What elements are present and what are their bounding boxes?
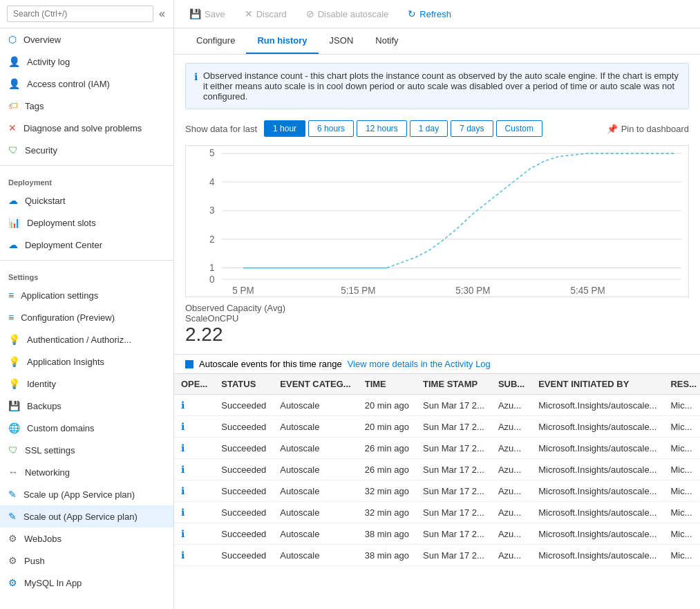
sidebar-item-deployment-slots[interactable]: 📊Deployment slots <box>0 212 173 234</box>
sidebar-item-diagnose[interactable]: ✕Diagnose and solve problems <box>0 117 173 139</box>
table-cell-r4-c6: Microsoft.Insights/autoscale... <box>531 480 663 502</box>
sidebar-item-overview[interactable]: ⬡Overview <box>0 28 173 50</box>
table-cell-r2-c5: Azu... <box>491 438 531 459</box>
info-text: Observed instance count - this chart plo… <box>203 71 680 102</box>
sidebar-item-push[interactable]: ⚙Push <box>0 550 173 572</box>
collapse-button[interactable]: « <box>158 6 167 21</box>
sidebar-item-app-settings[interactable]: ≡Application settings <box>0 284 173 306</box>
op-icon: ℹ <box>174 502 214 523</box>
table-row[interactable]: ℹSucceededAutoscale26 min agoSun Mar 17 … <box>174 438 700 459</box>
table-header-col5: SUB... <box>491 374 531 395</box>
save-icon: 💾 <box>189 8 201 19</box>
tags-icon: 🏷 <box>8 100 18 111</box>
sidebar-item-tags[interactable]: 🏷Tags <box>0 95 173 117</box>
table-cell-r6-c5: Azu... <box>491 523 531 545</box>
sidebar-item-networking[interactable]: ↔Networking <box>0 461 173 483</box>
filter-6h[interactable]: 6 hours <box>308 120 354 137</box>
op-icon: ℹ <box>174 480 214 502</box>
sidebar-item-quickstart[interactable]: ☁Quickstart <box>0 189 173 212</box>
table-cell-r5-c1: Succeeded <box>214 502 273 523</box>
sidebar-item-access-control[interactable]: 👤Access control (IAM) <box>0 73 173 95</box>
tabs-bar: ConfigureRun historyJSONNotify <box>174 28 700 55</box>
svg-text:5: 5 <box>209 147 215 158</box>
ssl-settings-label: SSL settings <box>25 445 75 456</box>
filter-1h[interactable]: 1 hour <box>264 120 305 137</box>
filter-row: Show data for last 1 hour6 hours12 hours… <box>174 115 700 142</box>
sidebar-item-auth[interactable]: 💡Authentication / Authoriz... <box>0 328 173 350</box>
mysql-in-app-icon: ⚙ <box>8 577 17 588</box>
app-settings-label: Application settings <box>21 290 98 301</box>
sidebar-item-webjobs[interactable]: ⚙WebJobs <box>0 527 173 550</box>
table-cell-r2-c4: Sun Mar 17 2... <box>416 438 491 459</box>
main-panel: 💾 Save ✕ Discard ⊘ Disable autoscale ↻ R… <box>174 0 700 609</box>
sidebar-item-custom-domains[interactable]: 🌐Custom domains <box>0 417 173 439</box>
tab-run-history[interactable]: Run history <box>246 28 318 54</box>
table-cell-r1-c5: Azu... <box>491 416 531 438</box>
table-row[interactable]: ℹSucceededAutoscale20 min agoSun Mar 17 … <box>174 416 700 438</box>
search-box: « <box>0 0 173 28</box>
diagnose-label: Diagnose and solve problems <box>23 123 142 133</box>
tab-configure[interactable]: Configure <box>185 28 246 54</box>
table-cell-r2-c2: Autoscale <box>273 438 357 459</box>
table-row[interactable]: ℹSucceededAutoscale26 min agoSun Mar 17 … <box>174 459 700 480</box>
chart-area: 5 4 3 2 1 0 5 PM 5:15 PM 5:30 PM 5:45 PM <box>185 145 689 297</box>
tags-label: Tags <box>25 101 44 111</box>
access-control-label: Access control (IAM) <box>27 79 110 89</box>
table-cell-r0-c5: Azu... <box>491 395 531 416</box>
sidebar-item-identity[interactable]: 💡Identity <box>0 373 173 395</box>
activity-log-label: Activity log <box>27 57 70 67</box>
sidebar-item-backups[interactable]: 💾Backups <box>0 395 173 417</box>
filter-custom[interactable]: Custom <box>496 120 542 137</box>
refresh-button[interactable]: ↻ Refresh <box>404 6 455 22</box>
app-insights-label: Application Insights <box>27 357 104 367</box>
autoscale-header-text: Autoscale events for this time range <box>199 359 342 369</box>
table-cell-r4-c1: Succeeded <box>214 480 273 502</box>
table-row[interactable]: ℹSucceededAutoscale38 min agoSun Mar 17 … <box>174 545 700 566</box>
sidebar-item-configuration[interactable]: ≡Configuration (Preview) <box>0 306 173 328</box>
sidebar-section-settings: Settings <box>0 265 173 284</box>
op-icon: ℹ <box>174 459 214 480</box>
sidebar-item-mysql-in-app[interactable]: ⚙MySQL In App <box>0 572 173 594</box>
search-input[interactable] <box>7 6 153 22</box>
sidebar-section-deployment: Deployment <box>0 170 173 189</box>
tab-notify[interactable]: Notify <box>364 28 409 54</box>
sidebar-item-activity-log[interactable]: 👤Activity log <box>0 50 173 73</box>
custom-domains-icon: 🌐 <box>8 422 20 433</box>
overview-label: Overview <box>23 35 61 45</box>
pin-dashboard-button[interactable]: 📌 Pin to dashboard <box>607 124 689 134</box>
op-icon: ℹ <box>174 545 214 566</box>
tab-json[interactable]: JSON <box>319 28 365 54</box>
table-cell-r5-c3: 32 min ago <box>358 502 416 523</box>
sidebar-item-scale-up[interactable]: ✎Scale up (App Service plan) <box>0 483 173 505</box>
table-row[interactable]: ℹSucceededAutoscale38 min agoSun Mar 17 … <box>174 523 700 545</box>
table-cell-r0-c7: Mic... <box>663 395 700 416</box>
filter-12h[interactable]: 12 hours <box>357 120 407 137</box>
table-row[interactable]: ℹSucceededAutoscale32 min agoSun Mar 17 … <box>174 480 700 502</box>
discard-button[interactable]: ✕ Discard <box>240 6 291 22</box>
activity-log-link[interactable]: View more details in the Activity Log <box>348 359 491 369</box>
table-cell-r3-c2: Autoscale <box>273 459 357 480</box>
chart-svg: 5 4 3 2 1 0 5 PM 5:15 PM 5:30 PM 5:45 PM <box>186 146 688 297</box>
table-row[interactable]: ℹSucceededAutoscale32 min agoSun Mar 17 … <box>174 502 700 523</box>
table-cell-r2-c1: Succeeded <box>214 438 273 459</box>
sidebar-item-scale-out[interactable]: ✎Scale out (App Service plan) <box>0 505 173 527</box>
table-cell-r0-c4: Sun Mar 17 2... <box>416 395 491 416</box>
sidebar-item-ssl-settings[interactable]: 🛡SSL settings <box>0 439 173 461</box>
refresh-label: Refresh <box>419 9 451 19</box>
svg-text:1: 1 <box>209 262 215 273</box>
save-button[interactable]: 💾 Save <box>185 6 229 22</box>
sidebar-item-app-insights[interactable]: 💡Application Insights <box>0 350 173 373</box>
table-cell-r6-c3: 38 min ago <box>358 523 416 545</box>
filter-7d[interactable]: 7 days <box>451 120 493 137</box>
filter-1d[interactable]: 1 day <box>410 120 448 137</box>
app-insights-icon: 💡 <box>8 356 20 367</box>
disable-autoscale-button[interactable]: ⊘ Disable autoscale <box>302 6 393 22</box>
backups-label: Backups <box>27 401 62 411</box>
table-cell-r6-c2: Autoscale <box>273 523 357 545</box>
table-header-col3: TIME <box>358 374 416 395</box>
table-row[interactable]: ℹSucceededAutoscale20 min agoSun Mar 17 … <box>174 395 700 416</box>
custom-domains-label: Custom domains <box>27 423 95 433</box>
sidebar-item-deployment-center[interactable]: ☁Deployment Center <box>0 234 173 256</box>
metric-value-section: Observed Capacity (Avg) ScaleOnCPU 2.22 <box>174 303 700 354</box>
sidebar-item-security[interactable]: 🛡Security <box>0 139 173 161</box>
